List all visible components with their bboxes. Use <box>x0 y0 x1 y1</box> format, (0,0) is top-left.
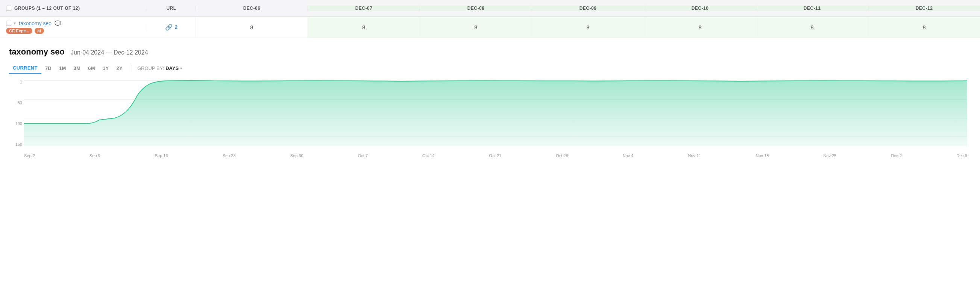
x-axis: Sep 2 Sep 9 Sep 16 Sep 23 Sep 30 Oct 7 O… <box>24 152 967 158</box>
x-label-13: Dec 2 <box>891 153 902 158</box>
chart-section: taxonomy seo Jun-04 2024 — Dec-12 2024 C… <box>0 38 980 158</box>
group-by-control[interactable]: GROUP BY: DAYS ▾ <box>137 65 182 71</box>
time-btn-1m[interactable]: 1M <box>55 63 70 73</box>
data-cell-3: 8 <box>532 16 644 38</box>
expand-arrow-icon[interactable]: ▾ <box>14 21 16 26</box>
data-cell-2: 8 <box>420 16 532 38</box>
date-header-0: DEC-06 <box>196 6 308 11</box>
row-title-link[interactable]: taxonomy seo <box>19 20 51 26</box>
groups-header-label: GROUPS (1 – 12 OUT OF 12) <box>14 6 80 11</box>
date-header-2: DEC-08 <box>420 6 532 11</box>
chart-title: taxonomy seo Jun-04 2024 — Dec-12 2024 <box>9 47 971 57</box>
x-label-10: Nov 11 <box>688 153 701 158</box>
time-btn-7d[interactable]: 7D <box>41 63 55 73</box>
data-cell-6: 8 <box>868 16 980 38</box>
date-header-5: DEC-11 <box>756 6 868 11</box>
x-label-9: Nov 4 <box>623 153 634 158</box>
data-cell-1: 8 <box>308 16 420 38</box>
group-by-label: GROUP BY: <box>137 65 164 71</box>
controls-divider <box>132 65 132 72</box>
y-label-1: 1 <box>9 80 22 84</box>
x-label-1: Sep 9 <box>89 153 100 158</box>
x-label-3: Sep 23 <box>223 153 236 158</box>
x-label-5: Oct 7 <box>358 153 368 158</box>
chart-wrapper: 1 50 100 150 <box>9 77 971 158</box>
chart-svg <box>24 77 967 152</box>
chat-icon: 💬 <box>54 20 61 26</box>
groups-header: GROUPS (1 – 12 OUT OF 12) <box>0 6 147 11</box>
data-cell-5: 8 <box>756 16 868 38</box>
date-header-6: DEC-12 <box>868 6 980 11</box>
x-label-12: Nov 25 <box>823 153 836 158</box>
date-header-4: DEC-10 <box>644 6 756 11</box>
chart-area: Sep 2 Sep 9 Sep 16 Sep 23 Sep 30 Oct 7 O… <box>24 77 967 158</box>
date-header-3: DEC-09 <box>532 6 644 11</box>
link-icon[interactable]: 🔗 <box>165 24 173 31</box>
chart-date-range: Jun-04 2024 — Dec-12 2024 <box>71 49 148 56</box>
tag-ai: ai <box>35 28 44 34</box>
data-cell-4: 8 <box>644 16 756 38</box>
time-btn-3m[interactable]: 3M <box>70 63 84 73</box>
x-label-7: Oct 21 <box>489 153 501 158</box>
chevron-down-icon: ▾ <box>180 66 182 70</box>
y-axis: 1 50 100 150 <box>9 80 22 146</box>
y-label-100: 100 <box>9 121 22 126</box>
x-label-0: Sep 2 <box>24 153 35 158</box>
select-all-checkbox[interactable] <box>6 6 11 11</box>
x-label-14: Dec 9 <box>956 153 967 158</box>
x-label-2: Sep 16 <box>155 153 168 158</box>
time-btn-1y[interactable]: 1Y <box>99 63 113 73</box>
row-checkbox[interactable] <box>6 21 11 26</box>
x-label-4: Sep 30 <box>290 153 304 158</box>
time-btn-current[interactable]: CURRENT <box>9 63 41 74</box>
x-label-8: Oct 28 <box>556 153 568 158</box>
chart-controls: CURRENT 7D 1M 3M 6M 1Y 2Y GROUP BY: DAYS… <box>9 63 971 74</box>
group-by-value: DAYS <box>165 65 179 71</box>
row-url-cell: 🔗 2 <box>147 24 196 31</box>
time-btn-6m[interactable]: 6M <box>84 63 99 73</box>
date-header-1: DEC-07 <box>308 6 420 11</box>
y-label-150: 150 <box>9 142 22 146</box>
row-group-info: ▾ taxonomy seo 💬 CE Expe... ai <box>0 17 147 37</box>
tags-container: CE Expe... ai <box>6 28 141 34</box>
data-cell-0: 8 <box>196 16 308 38</box>
x-label-6: Oct 14 <box>422 153 434 158</box>
tag-ce: CE Expe... <box>6 28 32 34</box>
time-btn-2y[interactable]: 2Y <box>113 63 126 73</box>
url-header: URL <box>147 6 196 11</box>
chart-title-text: taxonomy seo <box>9 47 65 56</box>
url-count: 2 <box>175 24 178 30</box>
table-header: GROUPS (1 – 12 OUT OF 12) URL DEC-06 DEC… <box>0 0 980 16</box>
y-label-50: 50 <box>9 100 22 105</box>
x-label-11: Nov 18 <box>756 153 768 158</box>
table-row: ▾ taxonomy seo 💬 CE Expe... ai 🔗 2 8 8 8… <box>0 16 980 38</box>
